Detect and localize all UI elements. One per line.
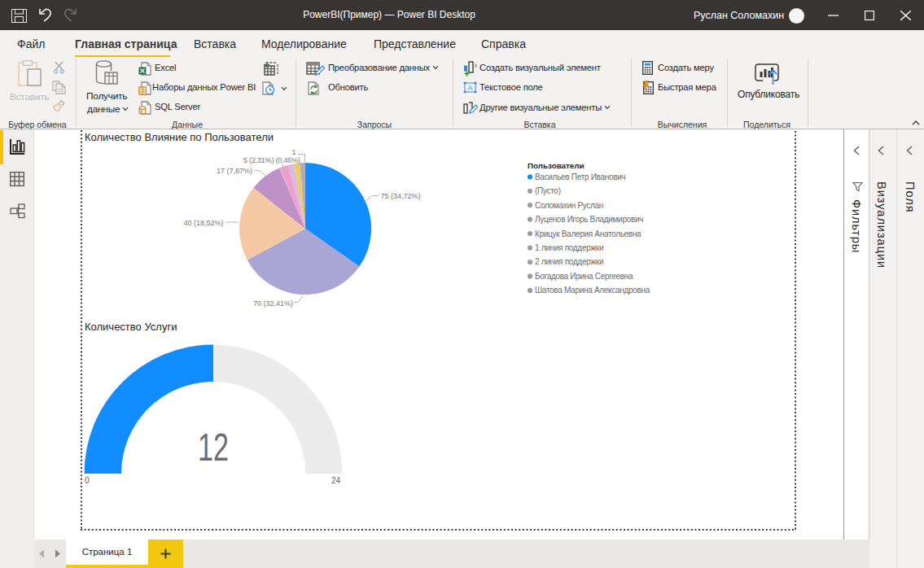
svg-text:24: 24 [331,476,341,485]
svg-text:12: 12 [198,425,229,469]
svg-text:0: 0 [85,476,90,485]
